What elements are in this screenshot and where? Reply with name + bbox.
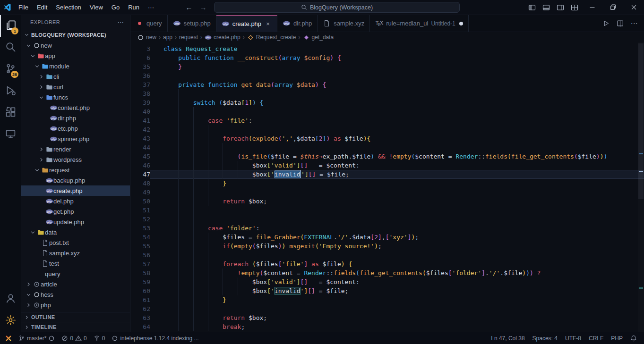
tree-item-article[interactable]: article [21, 279, 130, 289]
tab-dir-php[interactable]: phpdir.php [277, 15, 318, 32]
code-line-38[interactable]: 38 [130, 89, 644, 98]
tab-close-icon[interactable]: × [264, 20, 272, 27]
timeline-section-header[interactable]: TIMELINE [21, 322, 130, 332]
code-line-59[interactable]: 59 $box['valid'][] = $content: [130, 277, 644, 286]
tree-item-backup-php[interactable]: phpbackup.php [21, 175, 130, 185]
breadcrumb-item-get-data[interactable]: get_data [303, 34, 334, 41]
line-number[interactable]: 38 [130, 89, 150, 98]
line-number[interactable]: 54 [130, 233, 150, 242]
tree-item-cli[interactable]: cli [21, 71, 130, 82]
code-line-57[interactable]: 57 foreach ($files['file'] as $file) { [130, 260, 644, 268]
activity-account-button[interactable] [0, 288, 21, 310]
layout-secondary-button[interactable] [553, 0, 567, 15]
code-line-45[interactable]: 45 (is_file($file = $this→ex_path.$file)… [130, 152, 644, 161]
line-number[interactable]: 42 [130, 125, 150, 134]
code-line-61[interactable]: 61 } [130, 295, 644, 304]
line-number[interactable]: 36 [130, 71, 150, 80]
code-line-46[interactable]: 46 $box['valid'][] = $content: [130, 161, 644, 170]
menu-item-view[interactable]: View [86, 0, 107, 15]
line-number[interactable]: 41 [130, 116, 150, 125]
line-number[interactable]: 3 [130, 44, 150, 53]
minimize-button[interactable] [582, 0, 602, 15]
line-number[interactable]: 50 [130, 197, 150, 206]
activity-source-control-button[interactable]: 26 [0, 59, 21, 80]
code-line-39[interactable]: 39 switch ($data[1]) { [130, 98, 644, 107]
activity-remote-explorer-button[interactable] [0, 124, 21, 145]
code-line-51[interactable]: 51 [130, 206, 644, 215]
menu-item-[interactable]: ··· [144, 0, 158, 15]
line-number[interactable]: 43 [130, 134, 150, 143]
command-center-search[interactable]: BlogQuery (Workspace) [214, 2, 460, 13]
tree-item-spinner-php[interactable]: phpspinner.php [21, 134, 130, 144]
code-line-53[interactable]: 53 case 'folder': [130, 224, 644, 233]
line-number[interactable]: 62 [130, 304, 150, 313]
code-line-50[interactable]: 50 return $box; [130, 197, 644, 206]
editor-scrollbar[interactable] [638, 42, 644, 332]
line-number[interactable]: 37 [130, 80, 150, 89]
line-number[interactable]: 39 [130, 98, 150, 107]
line-number[interactable]: 56 [130, 251, 150, 260]
code-line-37[interactable]: 37 private function get_data(array $data… [130, 80, 644, 89]
line-number[interactable]: 35 [130, 62, 150, 71]
tree-item-sample-xyz[interactable]: sample.xyz [21, 248, 130, 258]
layout-panel-button[interactable] [539, 0, 553, 15]
tree-item-update-php[interactable]: phpupdate.php [21, 217, 130, 227]
tree-item-render[interactable]: render [21, 144, 130, 154]
tab-sample-xyz[interactable]: sample.xyz [318, 15, 370, 32]
code-line-62[interactable]: 62 [130, 304, 644, 313]
line-number[interactable]: 48 [130, 179, 150, 188]
line-number[interactable]: 59 [130, 277, 150, 286]
line-number[interactable]: 6 [130, 53, 150, 62]
line-number[interactable]: 51 [130, 206, 150, 215]
code-line-6[interactable]: 6 public function __construct(array $con… [130, 53, 644, 62]
tree-item-dir-php[interactable]: phpdir.php [21, 113, 130, 123]
code-line-40[interactable]: 40 [130, 107, 644, 116]
breadcrumb-item-app[interactable]: app [163, 34, 172, 41]
line-number[interactable]: 52 [130, 215, 150, 224]
code-line-48[interactable]: 48 } [130, 179, 644, 188]
status-left-0[interactable] [3, 333, 14, 344]
code-line-35[interactable]: 35 } [130, 62, 644, 71]
menu-item-go[interactable]: Go [107, 0, 124, 15]
tree-item-del-php[interactable]: phpdel.php [21, 196, 130, 206]
activity-settings-button[interactable] [0, 310, 21, 332]
line-number[interactable]: 44 [130, 143, 150, 152]
tree-item-app[interactable]: app [21, 50, 130, 61]
layout-sidebar-button[interactable] [525, 0, 539, 15]
line-number[interactable]: 57 [130, 260, 150, 268]
activity-extensions-button[interactable] [0, 102, 21, 124]
tree-item-get-php[interactable]: phpget.php [21, 206, 130, 217]
status-left-3[interactable]: 0 [91, 333, 108, 344]
breadcrumb-item-Request-create[interactable]: Request_create [247, 34, 296, 41]
status-left-4[interactable]: intelephense 1.12.4 indexing ... [109, 333, 201, 344]
tab-setup-php[interactable]: phpsetup.php [168, 15, 216, 32]
line-number[interactable]: 58 [130, 268, 150, 277]
code-line-49[interactable]: 49 [130, 188, 644, 197]
tree-item-etc-php[interactable]: phpetc.php [21, 123, 130, 134]
code-line-42[interactable]: 42 [130, 125, 644, 134]
code-line-58[interactable]: 58 !empty($content = Render::fields(file… [130, 268, 644, 277]
tree-item-php[interactable]: php [21, 300, 130, 310]
line-number[interactable]: 46 [130, 161, 150, 170]
tab-rule-median-ui[interactable]: TEXrule=median_uiUntitled-1 [370, 15, 469, 32]
workspace-section-header[interactable]: BLOGQUERY (WORKSPACE) [21, 29, 130, 40]
line-number[interactable]: 53 [130, 224, 150, 233]
line-number[interactable]: 45 [130, 152, 150, 161]
scrollbar-thumb[interactable] [638, 43, 644, 199]
code-line-47[interactable]: 47 $box['invalid'][] = $file; [130, 170, 644, 179]
run-button[interactable] [600, 17, 612, 30]
status-right-1[interactable]: Spaces: 4 [530, 333, 560, 344]
code-line-56[interactable]: 56 [130, 251, 644, 260]
code-line-3[interactable]: 3class Request_create [130, 44, 644, 53]
code-line-63[interactable]: 63 return $box; [130, 313, 644, 322]
split-editor-button[interactable] [614, 17, 626, 30]
tree-item-wordpress[interactable]: wordpress [21, 154, 130, 165]
tree-item-query[interactable]: query [21, 268, 130, 279]
tree-item-data[interactable]: data [21, 227, 130, 237]
code-line-64[interactable]: 64 break; [130, 322, 644, 331]
line-number[interactable]: 64 [130, 322, 150, 331]
status-left-1[interactable]: master* [16, 333, 57, 344]
status-right-3[interactable]: CRLF [586, 333, 606, 344]
breadcrumb-item-new[interactable]: new [137, 34, 156, 41]
activity-explorer-button[interactable]: 1 [0, 15, 21, 37]
